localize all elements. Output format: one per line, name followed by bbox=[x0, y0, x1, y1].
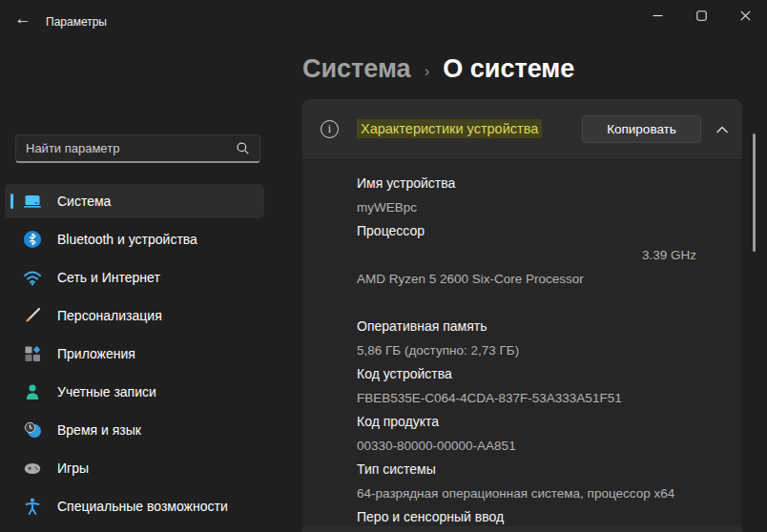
bluetooth-icon bbox=[23, 230, 42, 249]
device-specs-card: i Характеристики устройства Копировать И… bbox=[302, 99, 742, 526]
sidebar-item-bluetooth[interactable]: Bluetooth и устройства bbox=[5, 222, 264, 256]
arrow-left-icon: ← bbox=[15, 10, 31, 29]
games-icon bbox=[23, 459, 42, 478]
chevron-up-icon bbox=[716, 126, 728, 133]
device-specs-title: Характеристики устройства bbox=[357, 119, 542, 138]
spec-row-device-name: Имя устройства myWEBpc bbox=[357, 172, 714, 219]
spec-value: AMD Ryzen 5 2600 Six-Core Processor 3.39… bbox=[357, 243, 714, 315]
search-input[interactable] bbox=[26, 141, 236, 155]
accessibility-icon bbox=[23, 497, 42, 516]
sidebar-item-system[interactable]: Система bbox=[5, 184, 264, 218]
spec-label: Тип системы bbox=[357, 458, 714, 481]
info-icon: i bbox=[321, 120, 339, 138]
close-icon bbox=[740, 10, 751, 21]
spec-row-system-type: Тип системы 64-разрядная операционная си… bbox=[357, 458, 714, 505]
next-card-edge bbox=[302, 526, 742, 532]
apps-icon bbox=[23, 344, 42, 363]
sidebar-item-label: Специальные возможности bbox=[57, 499, 228, 514]
sidebar-item-personalization[interactable]: Персонализация bbox=[5, 298, 264, 333]
selection-indicator bbox=[10, 194, 13, 209]
system-icon bbox=[23, 192, 42, 211]
spec-label: Код продукта bbox=[357, 410, 714, 434]
page-title: О системе bbox=[443, 54, 574, 84]
sidebar-item-network[interactable]: Сеть и Интернет bbox=[5, 260, 264, 295]
sidebar-item-label: Система bbox=[57, 194, 111, 209]
spec-row-product-id: Код продукта 00330-80000-00000-AA851 bbox=[357, 410, 714, 458]
accounts-icon bbox=[23, 382, 42, 401]
spec-label: Оперативная память bbox=[357, 315, 714, 338]
spec-row-processor: Процессор AMD Ryzen 5 2600 Six-Core Proc… bbox=[357, 219, 714, 315]
settings-window: ← Параметры bbox=[0, 0, 767, 532]
copy-button[interactable]: Копировать bbox=[582, 115, 701, 143]
personalization-icon bbox=[23, 306, 42, 325]
sidebar-item-apps[interactable]: Приложения bbox=[5, 337, 264, 371]
spec-label: Перо и сенсорный ввод bbox=[357, 505, 714, 526]
spec-value: myWEBpc bbox=[357, 195, 714, 219]
processor-name: AMD Ryzen 5 2600 Six-Core Processor bbox=[357, 272, 584, 286]
maximize-icon bbox=[696, 10, 707, 21]
device-specs-header[interactable]: i Характеристики устройства Копировать bbox=[302, 99, 742, 160]
spec-row-ram: Оперативная память 5,86 ГБ (доступно: 2,… bbox=[357, 315, 714, 362]
spec-label: Имя устройства bbox=[357, 172, 714, 195]
time-language-icon bbox=[23, 420, 42, 440]
sidebar-item-label: Персонализация bbox=[57, 308, 162, 323]
spec-row-device-id: Код устройства FBEB535E-C064-4CDA-837F-5… bbox=[357, 362, 714, 410]
maximize-button[interactable] bbox=[679, 0, 723, 31]
spec-label: Процессор bbox=[357, 219, 714, 243]
spec-label: Код устройства bbox=[357, 362, 714, 386]
spec-value: 5,86 ГБ (доступно: 2,73 ГБ) bbox=[357, 338, 714, 362]
sidebar-item-label: Приложения bbox=[57, 346, 135, 361]
spec-value: 64-разрядная операционная система, проце… bbox=[357, 481, 714, 505]
vertical-scrollbar[interactable] bbox=[753, 133, 756, 252]
back-button[interactable]: ← bbox=[8, 6, 38, 32]
sidebar-item-label: Время и язык bbox=[57, 422, 141, 438]
breadcrumb: Система › О системе bbox=[302, 54, 574, 84]
sidebar-item-label: Игры bbox=[57, 460, 89, 476]
spec-value: FBEB535E-C064-4CDA-837F-53A333A51F51 bbox=[357, 386, 714, 410]
sidebar-item-label: Учетные записи bbox=[57, 384, 156, 399]
sidebar-item-accounts[interactable]: Учетные записи bbox=[5, 375, 264, 409]
network-icon bbox=[23, 268, 42, 287]
breadcrumb-parent[interactable]: Система bbox=[302, 54, 411, 84]
breadcrumb-separator-icon: › bbox=[425, 58, 430, 81]
sidebar-item-time-language[interactable]: Время и язык bbox=[5, 413, 264, 447]
device-specs-body: Имя устройства myWEBpc Процессор AMD Ryz… bbox=[302, 160, 742, 526]
minimize-button[interactable] bbox=[635, 0, 679, 31]
sidebar-item-label: Bluetooth и устройства bbox=[57, 232, 197, 247]
collapse-button[interactable] bbox=[711, 118, 734, 141]
spec-row-pen-touch: Перо и сенсорный ввод Для этого монитора… bbox=[357, 505, 714, 526]
app-title: Параметры bbox=[46, 15, 107, 29]
processor-speed: 3.39 GHz bbox=[642, 243, 696, 267]
sidebar-item-games[interactable]: Игры bbox=[5, 451, 264, 485]
search-icon bbox=[236, 141, 250, 155]
search-box[interactable] bbox=[15, 134, 260, 163]
sidebar-item-label: Сеть и Интернет bbox=[57, 270, 160, 285]
close-button[interactable] bbox=[723, 0, 767, 31]
minimize-icon bbox=[653, 10, 663, 21]
spec-value: 00330-80000-00000-AA851 bbox=[357, 434, 714, 458]
sidebar-item-accessibility[interactable]: Специальные возможности bbox=[5, 489, 264, 523]
